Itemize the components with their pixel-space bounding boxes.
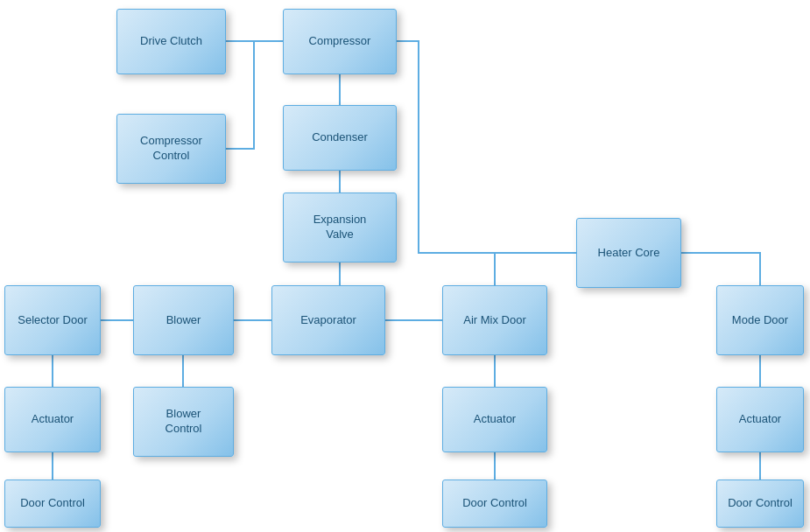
compressor-control: CompressorControl xyxy=(116,114,226,184)
actuator-selector: Actuator xyxy=(4,387,101,452)
actuator-airmix: Actuator xyxy=(442,387,547,452)
blower-control: BlowerControl xyxy=(133,387,234,457)
drive-clutch: Drive Clutch xyxy=(116,9,226,74)
connections-svg xyxy=(0,0,810,532)
diagram: Drive ClutchCompressorControlCompressorC… xyxy=(0,0,810,532)
actuator-mode: Actuator xyxy=(716,387,804,452)
evaporator: Evaporator xyxy=(271,285,385,355)
selector-door: Selector Door xyxy=(4,285,101,355)
door-control-airmix: Door Control xyxy=(442,480,547,528)
mode-door: Mode Door xyxy=(716,285,804,355)
condenser: Condenser xyxy=(283,105,397,171)
heater-core: Heater Core xyxy=(576,218,681,288)
blower: Blower xyxy=(133,285,234,355)
door-control-mode: Door Control xyxy=(716,480,804,528)
door-control-selector: Door Control xyxy=(4,480,101,528)
compressor: Compressor xyxy=(283,9,397,74)
expansion-valve: ExpansionValve xyxy=(283,192,397,262)
air-mix-door: Air Mix Door xyxy=(442,285,547,355)
